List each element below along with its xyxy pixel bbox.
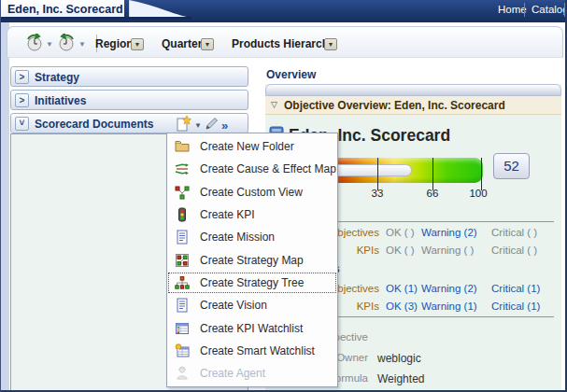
create-context-menu: Create New FolderCreate Cause & Effect M… <box>166 133 338 387</box>
strategy-map-icon <box>175 253 190 268</box>
document-icon <box>175 298 190 313</box>
initiatives-panel-label: Initiatives <box>35 94 86 107</box>
brand-tab-swoosh <box>124 0 191 20</box>
menu-item-create-smart-watchlist[interactable]: Create Smart Watchlist <box>167 340 337 362</box>
stat-objectives-warning[interactable]: Warning (2) <box>421 283 477 294</box>
stat-kpis-warning: Warning ( ) <box>421 245 474 256</box>
menu-item-label: Create Smart Watchlist <box>200 344 315 357</box>
home-link[interactable]: Home <box>498 4 527 15</box>
stat-objectives-critical: Critical ( ) <box>491 227 537 238</box>
strategy-tree-icon <box>175 275 190 290</box>
menu-item-label: Create New Folder <box>200 140 294 153</box>
page-left-margin <box>1 22 9 392</box>
forward-in-time-dropdown-caret[interactable]: ▼ <box>78 40 86 49</box>
filter-label-products-hierarchy: Products Hierarchy <box>232 37 335 50</box>
stat-kpis-critical: Critical ( ) <box>491 245 537 256</box>
agent-icon <box>175 366 190 381</box>
about-value-formula: Weighted <box>377 372 424 385</box>
stat-kpis-warning[interactable]: Warning (1) <box>421 301 477 312</box>
about-value-owner: weblogic <box>377 352 421 365</box>
back-in-time-dropdown-caret[interactable]: ▼ <box>46 40 53 49</box>
smart-watchlist-icon <box>175 343 190 358</box>
menu-item-label: Create Agent <box>200 367 265 380</box>
collapse-section-icon[interactable]: ▽ <box>271 100 277 109</box>
gauge-label-100: 100 <box>469 188 487 199</box>
kpi-traffic-light-icon <box>175 207 190 222</box>
stat-kpis-ok: OK ( ) <box>386 245 415 256</box>
menu-item-create-vision[interactable]: Create Vision <box>167 294 337 316</box>
new-object-dropdown-caret[interactable]: ▼ <box>194 121 202 130</box>
stat-objectives-ok: OK ( ) <box>386 227 415 238</box>
expand-initiatives-button[interactable]: > <box>15 93 29 107</box>
panel-top-strip <box>265 84 561 96</box>
menu-item-label: Create KPI Watchlist <box>200 322 303 335</box>
menu-item-label: Create Strategy Tree <box>200 276 304 289</box>
stat-objectives-warning[interactable]: Warning (2) <box>421 227 477 238</box>
custom-view-icon <box>175 185 190 200</box>
menu-item-create-custom-view[interactable]: Create Custom View <box>167 181 337 203</box>
document-icon <box>175 230 190 245</box>
stat-objectives-critical[interactable]: Critical (1) <box>491 283 540 294</box>
gauge-tick-100 <box>481 158 482 190</box>
gauge-tick-33 <box>377 158 378 190</box>
expand-strategy-button[interactable]: > <box>15 70 29 84</box>
objective-overview-header: ▽ Objective Overview: Eden, Inc. Scoreca… <box>265 96 561 115</box>
gauge-tick-66 <box>432 158 433 190</box>
more-actions-chevrons[interactable]: » <box>221 119 228 133</box>
gauge-label-33: 33 <box>372 188 384 199</box>
stat-kpis-critical[interactable]: Critical (1) <box>491 301 540 312</box>
menu-item-label: Create Mission <box>200 231 275 244</box>
sidebar-panel-scorecard-documents[interactable]: ˅ Scorecard Documents ▼ » <box>10 113 248 133</box>
objective-overview-header-title: Objective Overview: Eden, Inc. Scorecard <box>284 99 505 112</box>
strategy-panel-label: Strategy <box>35 71 79 84</box>
folder-icon <box>175 139 190 154</box>
kpi-watchlist-icon <box>175 321 190 336</box>
collapse-scorecard-documents-button[interactable]: ˅ <box>15 117 29 131</box>
stat-objectives-ok[interactable]: OK (1) <box>386 283 418 294</box>
score-value-box: 52 <box>493 153 530 179</box>
forward-in-time-icon[interactable] <box>58 34 76 51</box>
menu-item-create-cause-effect-map[interactable]: Create Cause & Effect Map <box>167 158 337 180</box>
menu-item-create-strategy-map[interactable]: Create Strategy Map <box>167 248 337 271</box>
menu-item-create-mission[interactable]: Create Mission <box>167 226 337 248</box>
filter-label-region: Region <box>95 37 134 50</box>
cause-effect-icon <box>175 161 190 176</box>
menu-item-label: Create KPI <box>200 208 255 221</box>
filter-label-quarter: Quarter <box>162 37 202 50</box>
menu-item-label: Create Vision <box>200 299 267 312</box>
banner-separator <box>524 3 525 17</box>
menu-item-create-new-folder[interactable]: Create New Folder <box>167 135 337 158</box>
sidebar-panel-initiatives[interactable]: > Initiatives <box>10 90 248 110</box>
menu-item-create-kpi[interactable]: Create KPI <box>167 203 337 226</box>
stat-kpis-ok[interactable]: OK (3) <box>386 301 418 312</box>
sidebar-panel-strategy[interactable]: > Strategy <box>10 66 248 87</box>
catalog-link[interactable]: Catalog <box>532 4 567 15</box>
window-title: Eden, Inc. Scorecard <box>7 3 123 16</box>
menu-item-create-kpi-watchlist[interactable]: Create KPI Watchlist <box>167 316 337 339</box>
tab-overview[interactable]: Overview <box>266 68 316 81</box>
top-banner: Eden, Inc. Scorecard Home Catalog <box>1 0 565 22</box>
quarter-dropdown-button[interactable]: ▼ <box>201 38 214 50</box>
banner-separator <box>564 3 565 17</box>
region-dropdown-button[interactable]: ▼ <box>131 38 144 50</box>
scorecard-documents-panel-label: Scorecard Documents <box>35 118 153 131</box>
menu-item-label: Create Custom View <box>200 186 303 199</box>
scorecard-toolbar: ▼ ▼ Region ▼ Quarter ▼ Products Hierarch… <box>7 26 563 58</box>
application-window: Eden, Inc. Scorecard Home Catalog ▼ ▼ <box>0 0 567 392</box>
menu-item-label: Create Strategy Map <box>200 254 304 267</box>
back-in-time-icon[interactable] <box>25 34 43 51</box>
products-hierarchy-dropdown-button[interactable]: ▼ <box>324 38 337 50</box>
menu-item-create-agent: Create Agent <box>167 362 337 385</box>
menu-item-create-strategy-tree[interactable]: Create Strategy Tree <box>167 272 337 294</box>
menu-item-label: Create Cause & Effect Map <box>200 162 336 175</box>
gauge-label-66: 66 <box>427 188 439 199</box>
